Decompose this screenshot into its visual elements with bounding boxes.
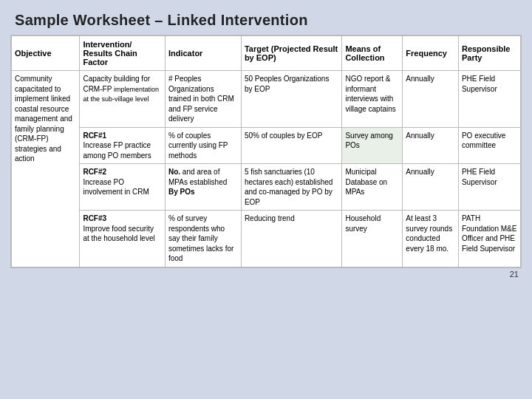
frequency-2: Annually — [403, 127, 459, 164]
intervention-4-text: Improve food security at the household l… — [83, 225, 154, 243]
indicator-1: # Peoples Organizations trained in both … — [165, 71, 241, 128]
table-row: Community capacitated to implement linke… — [12, 71, 521, 128]
intervention-1: Capacity building for CRM-FP implementat… — [80, 71, 166, 128]
responsible-2: PO executive committee — [458, 127, 520, 164]
frequency-4: At least 3 survey rounds conducted every… — [403, 211, 459, 267]
page-number: 21 — [7, 268, 525, 280]
target-1-text: 50 Peoples Organizations by EOP — [245, 75, 330, 93]
table-row: RCF#3 Improve food security at the house… — [12, 211, 521, 267]
frequency-3: Annually — [403, 164, 459, 211]
intervention-2-label: RCF#1 — [83, 132, 106, 140]
responsible-3: PHE Field Supervisor — [458, 164, 520, 211]
intervention-3: RCF#2 Increase PO involvement in CRM — [80, 164, 166, 211]
responsible-1: PHE Field Supervisor — [458, 71, 520, 128]
page-container: Sample Worksheet – Linked Intervention O… — [0, 0, 532, 399]
header-indicator: Indicator — [165, 36, 241, 71]
target-3-text: 5 fish sanctuaries (10 hectares each) es… — [245, 168, 333, 206]
means-2-text: Survey among POs — [345, 132, 392, 150]
intervention-4: RCF#3 Improve food security at the house… — [80, 211, 166, 267]
worksheet-table: Objective Intervention/ Results Chain Fa… — [11, 35, 521, 267]
table-row: RCF#1 Increase FP practice among PO memb… — [12, 127, 521, 164]
indicator-3-text: No. and area of MPAs established By POs — [168, 168, 227, 196]
means-1-text: NGO report & informant interviews with v… — [345, 75, 395, 113]
intervention-1-text: Capacity building for CRM-FP implementat… — [83, 75, 159, 103]
intervention-3-text: Increase PO involvement in CRM — [83, 178, 149, 197]
target-1: 50 Peoples Organizations by EOP — [241, 71, 342, 128]
means-2: Survey among POs — [342, 127, 403, 164]
header-frequency: Frequency — [403, 36, 459, 71]
header-intervention: Intervention/ Results Chain Factor — [80, 36, 166, 71]
target-4: Reducing trend — [241, 211, 342, 267]
indicator-1-text: # Peoples Organizations trained in both … — [168, 75, 234, 123]
header-objective: Objective — [12, 36, 80, 71]
intervention-4-label: RCF#3 — [83, 214, 106, 222]
means-1: NGO report & informant interviews with v… — [342, 71, 403, 128]
objective-cell: Community capacitated to implement linke… — [12, 71, 80, 267]
frequency-1: Annually — [403, 71, 459, 128]
target-3: 5 fish sanctuaries (10 hectares each) es… — [241, 164, 342, 211]
means-4: Household survey — [342, 211, 403, 267]
intervention-2: RCF#1 Increase FP practice among PO memb… — [80, 127, 166, 164]
page-title: Sample Worksheet – Linked Intervention — [7, 7, 525, 35]
responsible-4: PATH Foundation M&E Officer and PHE Fiel… — [458, 211, 520, 267]
header-means: Means of Collection — [342, 36, 403, 71]
target-2: 50% of couples by EOP — [241, 127, 342, 164]
indicator-4: % of survey respondents who say their fa… — [165, 211, 241, 267]
header-target: Target (Projected Result by EOP) — [241, 36, 342, 71]
header-responsible: Responsible Party — [458, 36, 520, 71]
intervention-2-text: Increase FP practice among PO members — [83, 141, 151, 160]
worksheet-table-wrap: Objective Intervention/ Results Chain Fa… — [10, 35, 522, 268]
table-row: RCF#2 Increase PO involvement in CRM No.… — [12, 164, 521, 211]
indicator-3: No. and area of MPAs established By POs — [165, 164, 241, 211]
means-3: Municipal Database on MPAs — [342, 164, 403, 211]
intervention-3-label: RCF#2 — [83, 168, 106, 176]
indicator-2: % of couples currently using FP methods — [165, 127, 241, 164]
